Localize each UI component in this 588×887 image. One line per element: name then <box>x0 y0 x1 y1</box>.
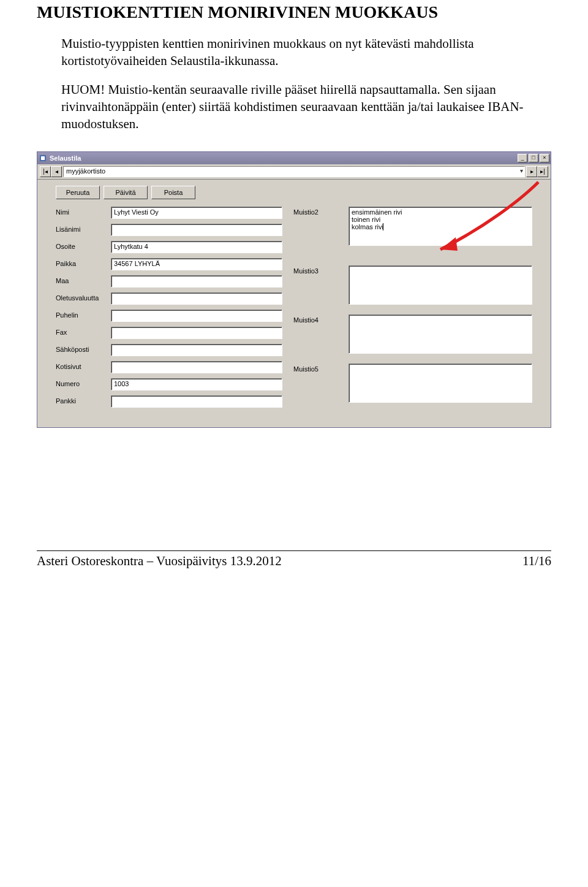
window-title: Selaustila <box>50 154 518 162</box>
svg-rect-1 <box>41 156 45 160</box>
footer-divider <box>37 550 551 551</box>
field-maa: Maa <box>56 275 293 287</box>
first-record-button[interactable]: |◂ <box>40 166 51 177</box>
record-navigator: |◂ ◂ myyjäkortisto ▸ ▸| <box>37 164 551 180</box>
text-caret <box>383 223 383 230</box>
field-muistio3: Muistio3 <box>293 265 532 305</box>
field-muistio4: Muistio4 <box>293 314 532 354</box>
input-osoite[interactable]: Lyhytkatu 4 <box>111 241 282 253</box>
input-muistio3[interactable] <box>349 265 532 305</box>
intro-paragraph-2: HUOM! Muistio-kentän seuraavalle riville… <box>61 82 551 132</box>
memo2-text: ensimmäinen rivi toinen rivi kolmas rivi <box>352 208 402 230</box>
input-maa[interactable] <box>111 275 282 287</box>
record-selector[interactable]: myyjäkortisto <box>63 166 525 177</box>
app-icon <box>39 154 47 162</box>
field-muistio5: Muistio5 <box>293 364 532 403</box>
label-oletusvaluutta: Oletusvaluutta <box>56 292 111 302</box>
cancel-button[interactable]: Peruuta <box>56 186 100 199</box>
field-pankki: Pankki <box>56 395 293 408</box>
label-pankki: Pankki <box>56 395 111 405</box>
field-oletusvaluutta: Oletusvaluutta <box>56 292 293 305</box>
label-puhelin: Puhelin <box>56 310 111 319</box>
label-osoite: Osoite <box>56 241 111 250</box>
label-lisanimi: Lisänimi <box>56 224 111 233</box>
form-area: Nimi Lyhyt Viesti Oy Lisänimi Osoite Lyh… <box>37 202 551 427</box>
label-maa: Maa <box>56 275 111 284</box>
footer-left: Asteri Ostoreskontra – Vuosipäivitys 13.… <box>37 554 282 569</box>
input-pankki[interactable] <box>111 395 282 408</box>
maximize-button[interactable]: □ <box>529 154 538 162</box>
field-nimi: Nimi Lyhyt Viesti Oy <box>56 207 293 219</box>
input-sahkoposti[interactable] <box>111 344 282 356</box>
field-fax: Fax <box>56 327 293 339</box>
label-muistio2: Muistio2 <box>293 207 349 216</box>
close-button[interactable]: × <box>540 154 549 162</box>
page-footer: Asteri Ostoreskontra – Vuosipäivitys 13.… <box>37 554 551 569</box>
window-titlebar: Selaustila _ □ × <box>37 152 551 164</box>
input-puhelin[interactable] <box>111 310 282 322</box>
last-record-button[interactable]: ▸| <box>537 166 548 177</box>
prev-record-button[interactable]: ◂ <box>51 166 62 177</box>
input-fax[interactable] <box>111 327 282 339</box>
action-buttons: Peruuta Päivitä Poista <box>37 180 551 202</box>
field-numero: Numero 1003 <box>56 378 293 390</box>
next-record-button[interactable]: ▸ <box>526 166 537 177</box>
input-muistio4[interactable] <box>349 314 532 354</box>
minimize-button[interactable]: _ <box>518 154 527 162</box>
field-puhelin: Puhelin <box>56 310 293 322</box>
label-sahkoposti: Sähköposti <box>56 344 111 353</box>
footer-right: 11/16 <box>522 554 551 569</box>
update-button[interactable]: Päivitä <box>104 186 148 199</box>
input-paikka[interactable]: 34567 LYHYLÄ <box>111 258 282 270</box>
input-nimi[interactable]: Lyhyt Viesti Oy <box>111 207 282 219</box>
field-paikka: Paikka 34567 LYHYLÄ <box>56 258 293 270</box>
input-lisanimi[interactable] <box>111 224 282 236</box>
label-fax: Fax <box>56 327 111 336</box>
field-muistio2: Muistio2 ensimmäinen rivi toinen rivi ko… <box>293 207 532 246</box>
right-column: Muistio2 ensimmäinen rivi toinen rivi ko… <box>293 207 532 413</box>
input-oletusvaluutta[interactable] <box>111 292 282 305</box>
label-muistio3: Muistio3 <box>293 265 349 275</box>
label-nimi: Nimi <box>56 207 111 216</box>
page-heading: MUISTIOKENTTIEN MONIRIVINEN MUOKKAUS <box>37 2 551 22</box>
selaustila-window: Selaustila _ □ × |◂ ◂ myyjäkortisto ▸ ▸|… <box>37 151 551 428</box>
left-column: Nimi Lyhyt Viesti Oy Lisänimi Osoite Lyh… <box>56 207 293 413</box>
field-sahkoposti: Sähköposti <box>56 344 293 356</box>
label-muistio5: Muistio5 <box>293 364 349 373</box>
delete-button[interactable]: Poista <box>151 186 195 199</box>
input-muistio2[interactable]: ensimmäinen rivi toinen rivi kolmas rivi <box>349 207 532 246</box>
label-muistio4: Muistio4 <box>293 314 349 324</box>
field-kotisivut: Kotisivut <box>56 361 293 373</box>
field-osoite: Osoite Lyhytkatu 4 <box>56 241 293 253</box>
label-kotisivut: Kotisivut <box>56 361 111 370</box>
field-lisanimi: Lisänimi <box>56 224 293 236</box>
intro-paragraph-1: Muistio-tyyppisten kenttien monirivinen … <box>61 36 551 69</box>
input-numero[interactable]: 1003 <box>111 378 282 390</box>
label-numero: Numero <box>56 378 111 387</box>
label-paikka: Paikka <box>56 258 111 267</box>
input-muistio5[interactable] <box>349 364 532 403</box>
input-kotisivut[interactable] <box>111 361 282 373</box>
